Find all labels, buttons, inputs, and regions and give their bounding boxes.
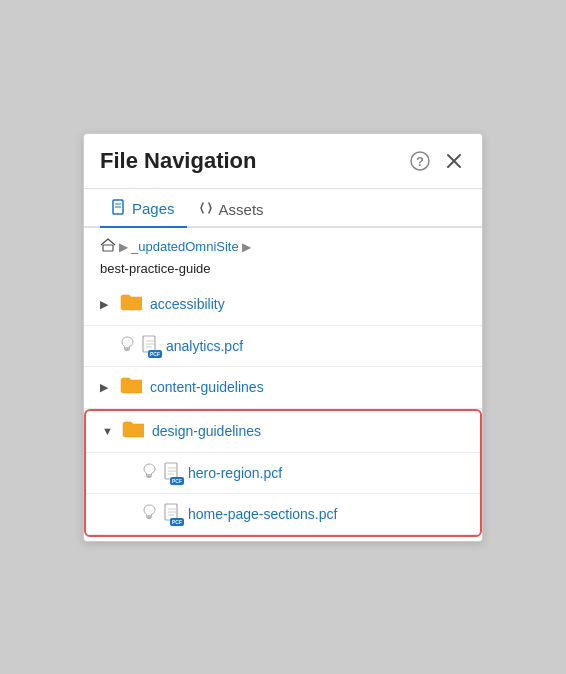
svg-rect-9: [125, 350, 129, 351]
pages-tab-icon: [112, 199, 126, 218]
tabs-bar: Pages Assets: [84, 189, 482, 228]
pcf-badge-home: PCF: [170, 518, 184, 526]
highlighted-group: ▼ design-guidelines: [84, 409, 482, 537]
tab-pages-label: Pages: [132, 200, 175, 217]
collapse-arrow-design-guidelines[interactable]: ▼: [102, 425, 114, 437]
pcf-badge-analytics: PCF: [148, 350, 162, 358]
file-icon-analytics: PCF: [142, 335, 158, 357]
folder-icon-content-guidelines: [120, 376, 142, 399]
breadcrumb: ▶ _updatedOmniSite ▶ best-practice-guide: [84, 228, 482, 280]
file-name-analytics: analytics.pcf: [166, 338, 243, 354]
collapse-arrow-accessibility[interactable]: ▶: [100, 298, 112, 311]
file-item-hero-region[interactable]: PCF hero-region.pcf: [86, 453, 480, 494]
breadcrumb-page: best-practice-guide: [100, 261, 466, 276]
breadcrumb-home-icon[interactable]: [100, 238, 116, 256]
svg-text:?: ?: [416, 154, 424, 169]
bulb-icon-home: [142, 504, 156, 523]
breadcrumb-site[interactable]: _updatedOmniSite: [131, 239, 239, 254]
svg-rect-21: [147, 518, 151, 519]
file-name-hero: hero-region.pcf: [188, 465, 282, 481]
folder-item-content-guidelines[interactable]: ▶ content-guidelines: [84, 367, 482, 409]
svg-rect-7: [103, 245, 113, 251]
breadcrumb-arrow-1: ▶: [119, 240, 128, 254]
file-list: ▶ accessibility: [84, 280, 482, 541]
file-navigation-panel: File Navigation ?: [83, 133, 483, 542]
file-icon-home: PCF: [164, 503, 180, 525]
file-name-home: home-page-sections.pcf: [188, 506, 337, 522]
svg-rect-15: [147, 477, 151, 478]
collapse-arrow-content-guidelines[interactable]: ▶: [100, 381, 112, 394]
folder-item-accessibility[interactable]: ▶ accessibility: [84, 284, 482, 326]
folder-name-design-guidelines: design-guidelines: [152, 423, 261, 439]
folder-icon-design-guidelines: [122, 420, 144, 443]
panel-header: File Navigation ?: [84, 134, 482, 189]
assets-tab-icon: [199, 201, 213, 218]
folder-icon-accessibility: [120, 293, 142, 316]
folder-name-accessibility: accessibility: [150, 296, 225, 312]
file-item-home-page-sections[interactable]: PCF home-page-sections.pcf: [86, 494, 480, 535]
breadcrumb-arrow-2: ▶: [242, 240, 251, 254]
pcf-badge-hero: PCF: [170, 477, 184, 485]
help-button[interactable]: ?: [408, 149, 432, 173]
tab-pages[interactable]: Pages: [100, 189, 187, 228]
tab-assets[interactable]: Assets: [187, 191, 276, 228]
header-icons: ?: [408, 149, 466, 173]
file-item-analytics[interactable]: PCF analytics.pcf: [84, 326, 482, 367]
close-button[interactable]: [442, 149, 466, 173]
bulb-icon-hero: [142, 463, 156, 482]
tab-assets-label: Assets: [219, 201, 264, 218]
bulb-icon-analytics: [120, 336, 134, 355]
panel-title: File Navigation: [100, 148, 256, 174]
folder-name-content-guidelines: content-guidelines: [150, 379, 264, 395]
folder-item-design-guidelines[interactable]: ▼ design-guidelines: [86, 411, 480, 453]
file-icon-hero: PCF: [164, 462, 180, 484]
